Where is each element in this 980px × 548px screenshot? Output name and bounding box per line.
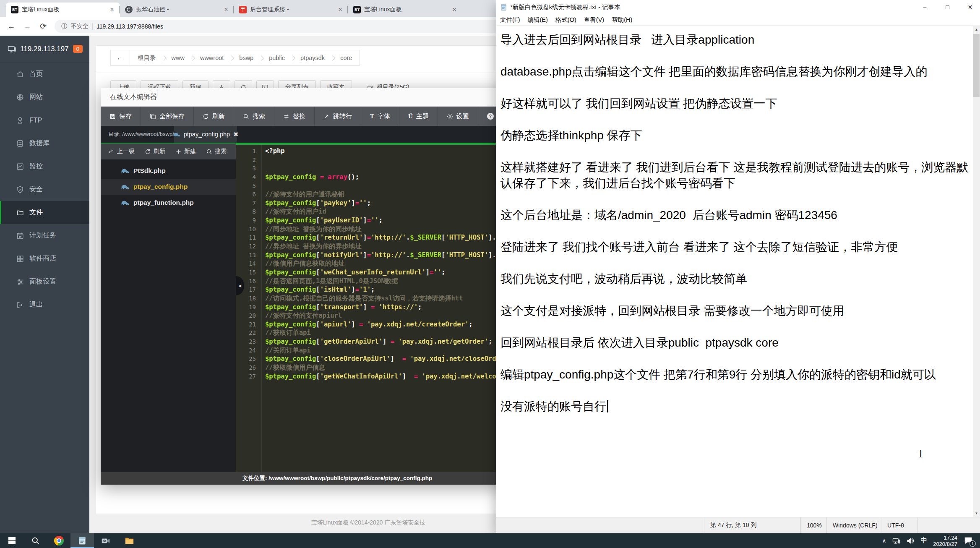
file-tree-item[interactable]: PtSdk.php — [101, 163, 236, 179]
menu-编辑(E)[interactable]: 编辑(E) — [524, 16, 552, 24]
sidebar-item-计划任务[interactable]: 计划任务 — [0, 224, 89, 247]
editor-file-tab[interactable]: ptpay_config.php ✖ — [174, 126, 237, 143]
breadcrumb-item[interactable]: ptpaysdk — [293, 50, 332, 65]
menu-格式(O)[interactable]: 格式(O) — [552, 16, 580, 24]
tab-close-icon[interactable]: ✖ — [233, 131, 238, 138]
editor-toolbar-save-all-button[interactable]: 全部保存 — [141, 107, 194, 126]
line-number: 12 — [236, 242, 261, 251]
breadcrumb-item[interactable]: core — [333, 50, 360, 65]
action-center-button[interactable]: 1 — [963, 536, 974, 546]
back-icon[interactable]: ← — [7, 22, 16, 31]
panel-host-header[interactable]: 119.29.113.197 0 — [0, 36, 89, 63]
help-icon: ? — [487, 113, 494, 120]
scrollbar-thumb[interactable] — [973, 34, 980, 97]
scroll-down-icon[interactable]: ▼ — [973, 510, 980, 517]
sidebar-item-数据库[interactable]: 数据库 — [0, 132, 89, 155]
sidebar-item-网站[interactable]: 网站 — [0, 86, 89, 109]
editor-file-tab-label: ptpay_config.php — [184, 131, 230, 138]
forward-icon[interactable]: → — [23, 22, 32, 31]
editor-toolbar-search-button[interactable]: 搜索 — [234, 107, 274, 126]
eol-format: Windows (CRLF) — [826, 517, 881, 533]
sidebar-item-label: 监控 — [29, 162, 43, 171]
notepad-title-bar[interactable]: *新版白色微盘k线无卡顿教程.txt - 记事本 – □ ✕ — [496, 0, 980, 14]
start-button[interactable] — [0, 533, 23, 548]
breadcrumb-item[interactable]: public — [261, 50, 292, 65]
close-button[interactable]: ✕ — [960, 0, 980, 14]
plus-icon — [175, 149, 182, 155]
taskbar-recorder-button[interactable] — [94, 533, 117, 548]
file-tree-item[interactable]: ptpay_config.php — [101, 179, 236, 195]
scroll-up-icon[interactable]: ▲ — [973, 26, 980, 33]
browser-tab[interactable]: 后台管理系统 -× — [234, 3, 348, 17]
save-icon — [109, 113, 116, 120]
notepad-paragraph: database.php点击编辑这个文件 把里面的数据库密码信息替换为你刚才创建… — [500, 64, 970, 80]
sidebar-item-label: 数据库 — [29, 139, 50, 148]
taskbar-explorer-button[interactable] — [117, 533, 141, 548]
breadcrumb-back-icon[interactable]: ← — [111, 50, 130, 65]
file-tree-item[interactable]: ptpay_function.php — [101, 195, 236, 211]
tray-expand-icon[interactable]: ∧ — [882, 538, 886, 544]
tab-close-icon[interactable]: × — [222, 6, 230, 13]
tree-search-button[interactable]: 搜索 — [201, 148, 232, 155]
editor-toolbar-font-button[interactable]: T字体 — [361, 107, 399, 126]
sidebar-item-软件商店[interactable]: 软件商店 — [0, 247, 89, 270]
breadcrumb-item[interactable]: 根目录 — [130, 50, 164, 65]
minimize-button[interactable]: – — [915, 0, 935, 14]
browser-tab[interactable]: BT宝塔Linux面板× — [6, 3, 120, 17]
breadcrumb-item[interactable]: www — [164, 50, 192, 65]
editor-toolbar-refresh-button[interactable]: 刷新 — [194, 107, 234, 126]
tree-refresh-button[interactable]: 刷新 — [140, 148, 170, 155]
refresh-icon[interactable]: ⟳ — [39, 21, 48, 31]
notepad-scrollbar[interactable]: ▲ ▼ — [973, 26, 980, 517]
encoding: UTF-8 — [881, 517, 917, 533]
menu-查看(V)[interactable]: 查看(V) — [580, 16, 608, 24]
site-icon — [16, 94, 24, 101]
sidebar-item-监控[interactable]: 监控 — [0, 155, 89, 178]
taskbar-chrome-button[interactable] — [47, 533, 70, 548]
sidebar-item-label: FTP — [29, 117, 42, 124]
ime-indicator[interactable]: 中 — [920, 536, 927, 545]
notepad-paragraph: 编辑ptpay_config.php这个文件 把第7行和第9行 分别填入你的派特… — [500, 367, 970, 383]
system-tray: ∧ 中 17:24 2020/8/27 1 — [882, 535, 980, 547]
breadcrumb-item[interactable]: bswp — [232, 50, 261, 65]
file-tree-panel: 上一级刷新新建搜索 PtSdk.phpptpay_config.phpptpay… — [101, 144, 236, 472]
line-number: 25 — [236, 355, 261, 363]
sidebar-item-安全[interactable]: 安全 — [0, 178, 89, 201]
taskbar-clock[interactable]: 17:24 2020/8/27 — [933, 535, 957, 547]
sidebar-item-退出[interactable]: 退出 — [0, 293, 89, 316]
tree-up-level-button[interactable]: 上一级 — [103, 148, 140, 155]
editor-toolbar-goto-button[interactable]: 跳转行 — [315, 107, 361, 126]
editor-toolbar-gear-button[interactable]: 设置 — [438, 107, 478, 126]
tree-plus-button[interactable]: 新建 — [170, 148, 201, 155]
browser-tab[interactable]: BT宝塔Linux面板× — [348, 3, 462, 17]
editor-toolbar-replace-button[interactable]: 替换 — [274, 107, 315, 126]
sidebar-item-面板设置[interactable]: 面板设置 — [0, 270, 89, 293]
speaker-icon[interactable] — [906, 537, 915, 545]
tab-close-icon[interactable]: × — [108, 6, 116, 13]
taskbar-notepad-button[interactable] — [70, 533, 94, 548]
breadcrumb-item[interactable]: wwwroot — [193, 50, 231, 65]
home-icon — [16, 70, 24, 78]
tab-close-icon[interactable]: × — [336, 6, 344, 13]
info-icon: ⓘ — [61, 23, 67, 30]
notepad-icon — [78, 536, 87, 545]
taskbar-search-button[interactable] — [23, 533, 47, 548]
menu-文件(F)[interactable]: 文件(F) — [496, 16, 524, 24]
line-number: 23 — [236, 337, 261, 346]
notepad-text-area[interactable]: 导入进去后回到网站根目录 进入目录applicationdatabase.php… — [496, 26, 973, 517]
notepad-title: *新版白色微盘k线无卡顿教程.txt - 记事本 — [510, 3, 912, 11]
browser-tab[interactable]: 振华石油控 -× — [120, 3, 234, 17]
message-badge[interactable]: 0 — [73, 45, 83, 53]
sidebar-item-文件[interactable]: 文件 — [0, 201, 89, 224]
editor-toolbar-save-button[interactable]: 保存 — [101, 107, 141, 126]
network-icon[interactable] — [892, 537, 900, 545]
menu-帮助(H)[interactable]: 帮助(H) — [608, 16, 636, 24]
resize-grip[interactable] — [917, 517, 980, 533]
maximize-button[interactable]: □ — [938, 0, 957, 14]
bt-icon: BT — [11, 6, 18, 13]
tab-close-icon[interactable]: × — [451, 6, 458, 13]
editor-toolbar-theme-button[interactable]: Ü主题 — [399, 107, 438, 126]
notepad-menu-bar: 文件(F)编辑(E)格式(O)查看(V)帮助(H) — [496, 14, 980, 26]
sidebar-item-FTP[interactable]: FTP — [0, 109, 89, 132]
sidebar-item-首页[interactable]: 首页 — [0, 63, 89, 86]
